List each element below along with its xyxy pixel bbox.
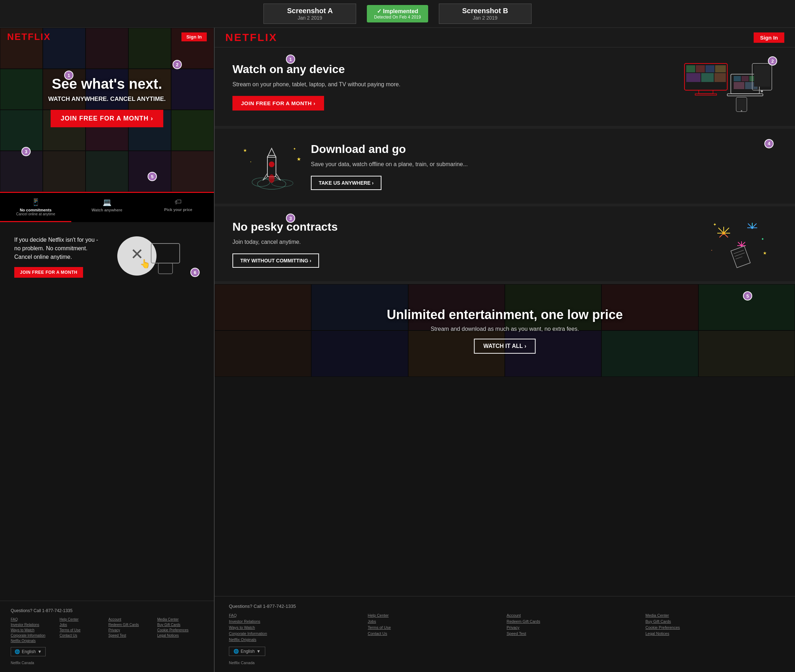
svg-text:★: ★ (763, 251, 767, 256)
footer-link-cookies[interactable]: Cookie Preferences (157, 628, 203, 632)
svg-line-64 (736, 257, 742, 259)
r-footer-link-help[interactable]: Help Center (368, 613, 503, 618)
tab-no-commitments[interactable]: 📱 No commitments Cancel online at anytim… (0, 193, 71, 222)
svg-rect-18 (742, 76, 749, 81)
screenshot-b-date: Jan 2 2019 (448, 15, 523, 21)
footer-link-terms[interactable]: Terms of Use (59, 628, 106, 632)
footer-link-investor[interactable]: Investor Relations (11, 623, 57, 627)
screenshot-b-label: Screenshot B Jan 2 2019 (439, 3, 531, 24)
cancel-illustration: ✕ 👆 (112, 233, 183, 280)
svg-text:★: ★ (297, 156, 301, 162)
hero-join-button[interactable]: JOIN FREE FOR A MONTH › (51, 110, 163, 127)
implemented-subtext: Detected On Feb 4 2019 (374, 14, 421, 19)
r-footer-link-contact[interactable]: Contact Us (368, 631, 503, 636)
no-commitment-section: If you decide Netflix isn't for you - no… (0, 222, 214, 291)
implemented-text: ✓ Implemented (374, 8, 421, 14)
footer-link-media[interactable]: Media Center (157, 618, 203, 621)
tab-pick-price-icon: 🏷 (146, 198, 211, 206)
watch-it-all-button[interactable]: WATCH IT ALL › (474, 339, 536, 354)
footer-link-contact[interactable]: Contact Us (59, 634, 106, 637)
tab-watch-anywhere-title: Watch anywhere (74, 208, 140, 212)
r-footer-link-terms[interactable]: Terms of Use (368, 625, 503, 630)
annotation-3-left: 3 (21, 147, 30, 156)
svg-point-60 (741, 245, 742, 247)
tab-pick-price[interactable]: 🏷 Pick your price (142, 193, 214, 222)
footer-link-ways[interactable]: Ways to Watch (11, 628, 57, 632)
footer-link-jobs[interactable]: Jobs (59, 623, 106, 627)
r-footer-link-faq[interactable]: FAQ (229, 613, 364, 618)
section-watch-desc: Stream on your phone, tablet, laptop, an… (232, 80, 677, 89)
tab-no-commitments-title: No commitments (3, 208, 69, 212)
svg-rect-6 (699, 90, 713, 94)
svg-line-63 (735, 253, 745, 256)
devices-illustration: 2 (677, 60, 777, 114)
footer-link-privacy[interactable]: Privacy (109, 628, 154, 632)
entertainment-section: 5 Unlimited entertainment, one low price… (214, 284, 795, 377)
join-free-month-button[interactable]: JOIN FREE FOR A MONTH › (232, 96, 324, 110)
annotation-1: 1 (64, 70, 74, 80)
svg-text:★: ★ (243, 148, 247, 153)
right-language-text: English (241, 649, 254, 654)
try-without-committing-button[interactable]: TRY WITHOUT COMMITTING › (232, 253, 319, 268)
footer-link-corporate[interactable]: Corporate Information (11, 634, 57, 637)
svg-text:✦: ✦ (713, 222, 717, 227)
svg-rect-23 (754, 65, 770, 86)
hero-subtitle: WATCH ANYWHERE. CANCEL ANYTIME. (11, 96, 203, 103)
right-lang-selector[interactable]: 🌐 English ▼ (229, 647, 265, 656)
svg-point-29 (252, 178, 270, 186)
footer-link-legal[interactable]: Legal Notices (157, 634, 203, 637)
footer-link-account[interactable]: Account (109, 618, 154, 621)
right-globe-icon: 🌐 (234, 649, 239, 654)
section-download: ★ ✦ • ★ 4 Download and go Save your data… (214, 129, 795, 206)
main-content: NETFLIX Sign In 1 2 See what's next. WAT… (0, 28, 795, 672)
svg-rect-12 (686, 73, 701, 82)
svg-rect-4 (158, 263, 173, 274)
r-footer-link-buy-gift[interactable]: Buy Gift Cards (646, 619, 781, 624)
section-download-desc: Save your data, watch offline on a plane… (311, 160, 777, 169)
globe-icon: 🌐 (14, 649, 20, 654)
r-footer-link-corporate[interactable]: Corporate Information (229, 631, 364, 636)
svg-rect-9 (696, 65, 705, 72)
footer-link-buy-gift[interactable]: Buy Gift Cards (157, 623, 203, 627)
svg-rect-11 (715, 65, 726, 72)
r-footer-link-ways[interactable]: Ways to Watch (229, 625, 364, 630)
r-footer-link-legal[interactable]: Legal Notices (646, 631, 781, 636)
annotation-2: 2 (173, 60, 182, 69)
annotation-2-right: 2 (768, 56, 777, 66)
footer-link-redeem[interactable]: Redeem Gift Cards (109, 623, 154, 627)
r-footer-link-investor[interactable]: Investor Relations (229, 619, 364, 624)
rocket-svg: ★ ✦ • ★ (236, 141, 307, 191)
left-footer-phone: Questions? Call 1-877-742-1335 (11, 608, 203, 613)
r-footer-link-privacy[interactable]: Privacy (507, 625, 642, 630)
footer-link-faq[interactable]: FAQ (11, 618, 57, 621)
footer-link-originals[interactable]: Netflix Originals (11, 639, 57, 643)
tab-watch-anywhere[interactable]: 💻 Watch anywhere (71, 193, 142, 222)
screenshot-b-title: Screenshot B (448, 7, 523, 15)
annotation-5-left: 5 (147, 172, 157, 181)
take-us-anywhere-button[interactable]: TAKE US ANYWHERE › (311, 176, 381, 190)
right-chevron-down-icon: ▼ (256, 649, 261, 654)
left-lang-selector[interactable]: 🌐 English ▼ (11, 647, 46, 656)
right-footer-links: FAQ Help Center Account Media Center Inv… (229, 613, 781, 642)
screenshot-a-title: Screenshot A (272, 7, 347, 15)
no-commitment-text: If you decide Netflix isn't for you - no… (14, 236, 105, 261)
right-sign-in-button[interactable]: Sign In (753, 32, 784, 43)
r-footer-link-speed[interactable]: Speed Test (507, 631, 642, 636)
r-footer-link-redeem[interactable]: Redeem Gift Cards (507, 619, 642, 624)
devices-svg (681, 60, 774, 114)
r-footer-link-originals[interactable]: Netflix Originals (229, 637, 364, 642)
tab-no-commitments-subtitle: Cancel online at anytime (3, 212, 69, 216)
chevron-down-icon: ▼ (37, 649, 42, 654)
rocket-illustration: ★ ✦ • ★ (232, 141, 311, 191)
r-footer-link-media[interactable]: Media Center (646, 613, 781, 618)
svg-text:•: • (711, 248, 712, 252)
left-panel: NETFLIX Sign In 1 2 See what's next. WAT… (0, 28, 214, 672)
left-sign-in-button[interactable]: Sign In (181, 32, 207, 42)
left-join-free-button[interactable]: JOIN FREE FOR A MONTH (14, 267, 83, 278)
r-footer-link-cookies[interactable]: Cookie Preferences (646, 625, 781, 630)
footer-link-speed[interactable]: Speed Test (109, 634, 154, 637)
r-footer-link-jobs[interactable]: Jobs (368, 619, 503, 624)
entertainment-desc: Stream and download as much as you want,… (243, 326, 766, 332)
r-footer-link-account[interactable]: Account (507, 613, 642, 618)
footer-link-help[interactable]: Help Center (59, 618, 106, 621)
